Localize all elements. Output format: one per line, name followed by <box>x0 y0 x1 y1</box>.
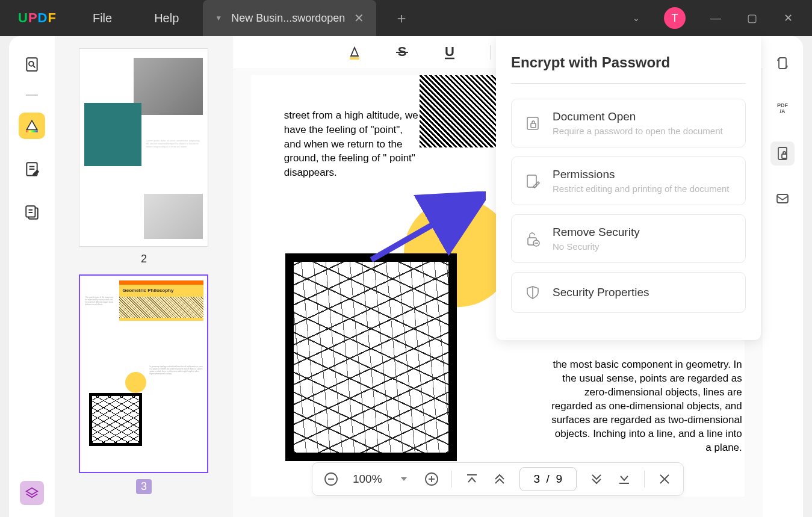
divider <box>451 471 452 488</box>
page-thumbnail-2[interactable]: Lorem ipsum dolor sit amet consectetur a… <box>79 48 208 247</box>
card-title: Document Open <box>553 110 733 123</box>
document-tab[interactable]: ▼ New Busin...swordopen ✕ <box>203 0 376 36</box>
pdfa-tool-icon[interactable]: PDF/A <box>770 96 795 120</box>
divider <box>490 45 491 60</box>
zoom-page-toolbar: 100% <box>312 462 684 496</box>
maximize-button[interactable]: ▢ <box>746 11 758 25</box>
svg-text:PDF: PDF <box>777 102 789 108</box>
card-desc: Restrict editing and printing of the doc… <box>553 184 733 194</box>
svg-point-1 <box>29 61 34 66</box>
thumbnail-item: Lorem ipsum dolor sit amet consectetur a… <box>79 48 208 265</box>
svg-rect-7 <box>350 57 359 60</box>
card-title: Permissions <box>553 168 733 181</box>
left-toolbar <box>9 36 55 517</box>
card-desc: Require a password to open the document <box>553 126 733 136</box>
card-desc: No Security <box>553 241 733 252</box>
close-button[interactable]: ✕ <box>782 11 794 25</box>
divider <box>511 83 746 84</box>
thumbnails-panel: Lorem ipsum dolor sit amet consectetur a… <box>55 36 233 517</box>
svg-text:/A: /A <box>780 108 786 114</box>
svg-rect-0 <box>26 58 37 71</box>
svg-rect-34 <box>777 194 788 203</box>
encrypt-panel: Encrypt with Password Document Open Requ… <box>496 36 761 340</box>
close-toolbar-icon[interactable] <box>657 471 672 487</box>
lock-document-icon <box>524 114 542 132</box>
svg-rect-3 <box>26 131 38 132</box>
thumbnail-number: 2 <box>141 253 147 265</box>
thumbnail-number: 3 <box>136 479 152 494</box>
zoom-in-button[interactable] <box>424 471 439 487</box>
menu-file[interactable]: File <box>93 11 112 25</box>
divider <box>26 94 38 96</box>
card-title: Security Properties <box>553 286 733 299</box>
titlebar-right: ⌄ T — ▢ ✕ <box>633 7 794 29</box>
layers-icon[interactable] <box>20 481 44 505</box>
menu-bar: File Help <box>93 11 179 25</box>
underline-icon[interactable]: U <box>442 44 457 61</box>
zoom-level: 100% <box>351 472 384 486</box>
titlebar: UPDF File Help ▼ New Busin...swordopen ✕… <box>0 0 812 36</box>
document-image <box>420 75 504 147</box>
svg-rect-33 <box>782 154 787 158</box>
rotate-tool-icon[interactable] <box>770 51 795 75</box>
shield-icon <box>524 283 542 302</box>
panel-title: Encrypt with Password <box>511 54 746 71</box>
highlight-tool-icon[interactable] <box>19 113 45 139</box>
last-page-button[interactable] <box>616 471 632 487</box>
next-page-button[interactable] <box>589 471 604 487</box>
right-toolbar: PDF/A <box>763 36 803 517</box>
minimize-button[interactable]: — <box>710 12 722 25</box>
user-avatar[interactable]: T <box>664 7 686 29</box>
tab-close-icon[interactable]: ✕ <box>354 11 364 25</box>
svg-rect-24 <box>531 123 536 128</box>
workspace: Lorem ipsum dolor sit amet consectetur a… <box>9 36 803 517</box>
permissions-card[interactable]: Permissions Restrict editing and printin… <box>511 156 746 205</box>
security-properties-card[interactable]: Security Properties <box>511 272 746 313</box>
zoom-out-button[interactable] <box>323 471 339 487</box>
card-title: Remove Security <box>553 226 733 239</box>
highlighter-icon[interactable] <box>347 44 362 61</box>
document-text: the most basic component in geometry. In… <box>550 358 742 455</box>
edit-document-icon <box>524 172 542 190</box>
unlock-icon <box>524 230 542 248</box>
svg-text:S: S <box>397 44 406 59</box>
svg-rect-29 <box>779 58 786 69</box>
document-open-card[interactable]: Document Open Require a password to open… <box>511 99 746 147</box>
page-input[interactable] <box>519 467 577 491</box>
app-logo: UPDF <box>18 10 57 26</box>
tab-title: New Busin...swordopen <box>231 12 345 25</box>
svg-rect-6 <box>26 206 35 217</box>
add-tab-button[interactable]: ＋ <box>394 8 409 28</box>
thumbnail-item: Geometric Philosophy The specific point … <box>79 274 208 494</box>
first-page-button[interactable] <box>464 471 480 487</box>
divider <box>644 471 645 488</box>
mail-tool-icon[interactable] <box>770 187 795 211</box>
prev-page-button[interactable] <box>492 471 507 487</box>
search-tool-icon[interactable] <box>19 51 45 78</box>
zoom-dropdown-icon[interactable] <box>396 471 412 487</box>
chevron-down-icon[interactable]: ⌄ <box>633 13 640 23</box>
menu-help[interactable]: Help <box>154 11 179 25</box>
page-thumbnail-3[interactable]: Geometric Philosophy The specific point … <box>79 274 208 473</box>
svg-text:U: U <box>445 44 454 59</box>
strikethrough-icon[interactable]: S <box>395 44 409 61</box>
document-text: street from a high altitude, we have the… <box>284 108 420 180</box>
svg-line-2 <box>33 66 35 67</box>
encrypt-tool-icon[interactable] <box>770 141 795 166</box>
document-image-main <box>285 253 457 461</box>
tab-dropdown-icon[interactable]: ▼ <box>215 14 222 22</box>
tab-bar: ▼ New Busin...swordopen ✕ ＋ <box>203 0 633 36</box>
edit-tool-icon[interactable] <box>19 156 45 182</box>
pages-tool-icon[interactable] <box>19 199 45 226</box>
remove-security-card[interactable]: Remove Security No Security <box>511 214 746 263</box>
